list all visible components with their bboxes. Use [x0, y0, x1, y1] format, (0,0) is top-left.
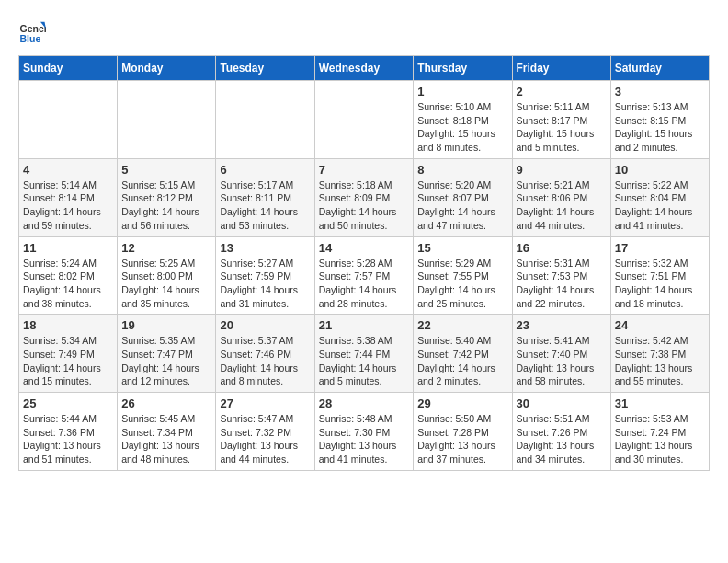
day-info: Sunrise: 5:17 AMSunset: 8:11 PMDaylight:… — [220, 178, 310, 233]
day-number: 10 — [615, 163, 705, 177]
day-number: 9 — [517, 163, 607, 177]
day-number: 24 — [615, 318, 705, 332]
calendar-cell — [19, 81, 118, 159]
day-number: 30 — [517, 396, 607, 410]
logo-icon: General Blue — [18, 18, 46, 46]
day-number: 25 — [23, 396, 113, 410]
day-info: Sunrise: 5:44 AMSunset: 7:36 PMDaylight:… — [23, 412, 113, 466]
day-header-tuesday: Tuesday — [216, 56, 314, 81]
day-number: 15 — [417, 241, 507, 255]
calendar-cell: 30Sunrise: 5:51 AMSunset: 7:26 PMDayligh… — [512, 393, 610, 471]
calendar-week-row: 4Sunrise: 5:14 AMSunset: 8:14 PMDaylight… — [19, 158, 710, 236]
day-header-sunday: Sunday — [19, 56, 118, 81]
day-header-saturday: Saturday — [610, 56, 709, 81]
day-number: 12 — [121, 241, 211, 255]
day-info: Sunrise: 5:20 AMSunset: 8:07 PMDaylight:… — [417, 178, 507, 233]
calendar-cell: 24Sunrise: 5:42 AMSunset: 7:38 PMDayligh… — [610, 315, 709, 393]
day-info: Sunrise: 5:31 AMSunset: 7:53 PMDaylight:… — [517, 257, 607, 311]
day-number: 14 — [319, 241, 410, 255]
day-info: Sunrise: 5:13 AMSunset: 8:15 PMDaylight:… — [615, 100, 705, 155]
calendar-cell: 14Sunrise: 5:28 AMSunset: 7:57 PMDayligh… — [314, 236, 414, 315]
calendar-cell: 13Sunrise: 5:27 AMSunset: 7:59 PMDayligh… — [216, 236, 314, 315]
calendar-cell: 21Sunrise: 5:38 AMSunset: 7:44 PMDayligh… — [314, 315, 414, 393]
day-number: 22 — [417, 318, 507, 332]
calendar-cell: 3Sunrise: 5:13 AMSunset: 8:15 PMDaylight… — [610, 81, 709, 159]
day-header-thursday: Thursday — [414, 56, 512, 81]
day-header-wednesday: Wednesday — [314, 56, 414, 81]
logo: General Blue — [18, 18, 50, 46]
calendar-cell: 15Sunrise: 5:29 AMSunset: 7:55 PMDayligh… — [414, 236, 512, 315]
day-info: Sunrise: 5:22 AMSunset: 8:04 PMDaylight:… — [615, 178, 705, 233]
day-info: Sunrise: 5:18 AMSunset: 8:09 PMDaylight:… — [319, 178, 410, 233]
day-number: 18 — [23, 318, 113, 332]
day-info: Sunrise: 5:35 AMSunset: 7:47 PMDaylight:… — [121, 334, 211, 388]
day-number: 19 — [121, 318, 211, 332]
calendar-header-row: SundayMondayTuesdayWednesdayThursdayFrid… — [19, 56, 710, 81]
calendar-cell — [118, 81, 216, 159]
calendar-cell: 10Sunrise: 5:22 AMSunset: 8:04 PMDayligh… — [610, 158, 709, 236]
day-number: 11 — [23, 241, 113, 255]
day-info: Sunrise: 5:47 AMSunset: 7:32 PMDaylight:… — [220, 412, 310, 466]
day-number: 2 — [517, 85, 607, 98]
calendar-cell — [314, 81, 414, 159]
day-number: 6 — [220, 163, 310, 177]
calendar-cell: 5Sunrise: 5:15 AMSunset: 8:12 PMDaylight… — [118, 158, 216, 236]
day-number: 27 — [220, 396, 310, 410]
calendar-cell: 18Sunrise: 5:34 AMSunset: 7:49 PMDayligh… — [19, 315, 118, 393]
calendar-week-row: 1Sunrise: 5:10 AMSunset: 8:18 PMDaylight… — [19, 81, 710, 159]
day-info: Sunrise: 5:41 AMSunset: 7:40 PMDaylight:… — [517, 334, 607, 388]
calendar-cell: 31Sunrise: 5:53 AMSunset: 7:24 PMDayligh… — [610, 393, 709, 471]
day-info: Sunrise: 5:48 AMSunset: 7:30 PMDaylight:… — [319, 412, 410, 466]
day-info: Sunrise: 5:37 AMSunset: 7:46 PMDaylight:… — [220, 334, 310, 388]
day-number: 29 — [417, 396, 507, 410]
day-number: 13 — [220, 241, 310, 255]
day-number: 31 — [615, 396, 705, 410]
day-number: 23 — [517, 318, 607, 332]
calendar-cell: 19Sunrise: 5:35 AMSunset: 7:47 PMDayligh… — [118, 315, 216, 393]
calendar-week-row: 25Sunrise: 5:44 AMSunset: 7:36 PMDayligh… — [19, 393, 710, 471]
day-info: Sunrise: 5:21 AMSunset: 8:06 PMDaylight:… — [517, 178, 607, 233]
day-number: 1 — [417, 85, 507, 98]
calendar-cell: 7Sunrise: 5:18 AMSunset: 8:09 PMDaylight… — [314, 158, 414, 236]
day-info: Sunrise: 5:40 AMSunset: 7:42 PMDaylight:… — [417, 334, 507, 388]
day-number: 3 — [615, 85, 705, 98]
day-header-friday: Friday — [512, 56, 610, 81]
calendar-cell: 23Sunrise: 5:41 AMSunset: 7:40 PMDayligh… — [512, 315, 610, 393]
day-number: 17 — [615, 241, 705, 255]
day-info: Sunrise: 5:14 AMSunset: 8:14 PMDaylight:… — [23, 178, 113, 233]
calendar-cell: 6Sunrise: 5:17 AMSunset: 8:11 PMDaylight… — [216, 158, 314, 236]
day-number: 7 — [319, 163, 410, 177]
day-number: 28 — [319, 396, 410, 410]
calendar-cell: 27Sunrise: 5:47 AMSunset: 7:32 PMDayligh… — [216, 393, 314, 471]
page-header: General Blue — [18, 18, 710, 46]
calendar-cell: 1Sunrise: 5:10 AMSunset: 8:18 PMDaylight… — [414, 81, 512, 159]
svg-text:Blue: Blue — [20, 33, 41, 44]
day-info: Sunrise: 5:25 AMSunset: 8:00 PMDaylight:… — [121, 257, 211, 311]
day-number: 20 — [220, 318, 310, 332]
day-info: Sunrise: 5:28 AMSunset: 7:57 PMDaylight:… — [319, 257, 410, 311]
day-info: Sunrise: 5:53 AMSunset: 7:24 PMDaylight:… — [615, 412, 705, 466]
day-info: Sunrise: 5:50 AMSunset: 7:28 PMDaylight:… — [417, 412, 507, 466]
calendar-cell: 25Sunrise: 5:44 AMSunset: 7:36 PMDayligh… — [19, 393, 118, 471]
calendar-cell: 2Sunrise: 5:11 AMSunset: 8:17 PMDaylight… — [512, 81, 610, 159]
calendar-week-row: 11Sunrise: 5:24 AMSunset: 8:02 PMDayligh… — [19, 236, 710, 315]
day-info: Sunrise: 5:11 AMSunset: 8:17 PMDaylight:… — [517, 100, 607, 155]
calendar-cell: 22Sunrise: 5:40 AMSunset: 7:42 PMDayligh… — [414, 315, 512, 393]
day-number: 26 — [121, 396, 211, 410]
day-header-monday: Monday — [118, 56, 216, 81]
calendar-cell: 17Sunrise: 5:32 AMSunset: 7:51 PMDayligh… — [610, 236, 709, 315]
day-number: 8 — [417, 163, 507, 177]
calendar-cell: 16Sunrise: 5:31 AMSunset: 7:53 PMDayligh… — [512, 236, 610, 315]
day-number: 5 — [121, 163, 211, 177]
day-info: Sunrise: 5:32 AMSunset: 7:51 PMDaylight:… — [615, 257, 705, 311]
day-info: Sunrise: 5:38 AMSunset: 7:44 PMDaylight:… — [319, 334, 410, 388]
calendar-cell: 11Sunrise: 5:24 AMSunset: 8:02 PMDayligh… — [19, 236, 118, 315]
day-info: Sunrise: 5:27 AMSunset: 7:59 PMDaylight:… — [220, 257, 310, 311]
calendar-cell: 9Sunrise: 5:21 AMSunset: 8:06 PMDaylight… — [512, 158, 610, 236]
day-number: 4 — [23, 163, 113, 177]
calendar-cell: 20Sunrise: 5:37 AMSunset: 7:46 PMDayligh… — [216, 315, 314, 393]
day-info: Sunrise: 5:24 AMSunset: 8:02 PMDaylight:… — [23, 257, 113, 311]
day-info: Sunrise: 5:29 AMSunset: 7:55 PMDaylight:… — [417, 257, 507, 311]
day-number: 16 — [517, 241, 607, 255]
day-info: Sunrise: 5:51 AMSunset: 7:26 PMDaylight:… — [517, 412, 607, 466]
